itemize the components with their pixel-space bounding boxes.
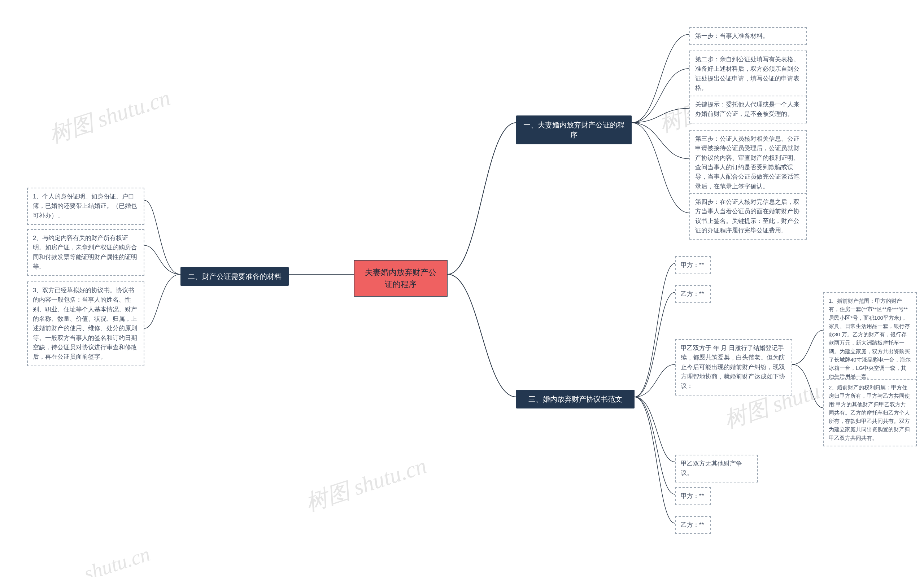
leaf-clause-1: 1、婚前财产范围：甲方的财产有，住房一套(**市**区**路***号**居民小区…: [823, 292, 917, 385]
leaf-party-a-1: 甲方：**: [675, 256, 711, 274]
branch-procedure[interactable]: 一、夫妻婚内放弃财产公证的程序: [516, 116, 632, 144]
leaf-template-body: 甲乙双方于 年 月 日履行了结婚登记手续，都愿共筑爱巢，白头偕老。但为防止今后可…: [675, 339, 792, 395]
branch-template[interactable]: 三、婚内放弃财产协议书范文: [516, 390, 635, 408]
leaf-party-a-2: 甲方：**: [675, 487, 711, 505]
watermark: shutu.cn: [81, 542, 153, 577]
branch-materials[interactable]: 二、财产公证需要准备的材料: [181, 267, 289, 286]
leaf-material-2: 2、与约定内容有关的财产所有权证明。如房产证，未拿到产权证的购房合同和付款发票等…: [27, 229, 144, 276]
leaf-party-b-2: 乙方：**: [675, 516, 711, 534]
leaf-clause-2: 2、婚前财产的权利归属：甲方住房归甲方所有，甲方与乙方共同使用;甲方的其他财产归…: [823, 379, 917, 446]
root-node[interactable]: 夫妻婚内放弃财产公证的程序: [354, 260, 448, 297]
leaf-party-b-1: 乙方：**: [675, 285, 711, 303]
leaf-material-3: 3、双方已经草拟好的协议书。协议书的内容一般包括：当事人的姓名、性别、职业、住址…: [27, 282, 144, 366]
leaf-step-4: 第四步：在公证人核对完信息之后，双方当事人当着公证员的面在婚前财产协议书上签名。…: [689, 193, 807, 240]
leaf-no-dispute: 甲乙双方无其他财产争议。: [675, 455, 758, 482]
watermark: 树图 shutu.cn: [45, 82, 174, 150]
leaf-step-2: 第二步：亲自到公证处填写有关表格。准备好上述材料后，双方必须亲自到公证处提出公证…: [689, 50, 807, 97]
mindmap-canvas: 树图 shutu.cn 树图 shutu.cn 树图 shutu.cn 树图 s…: [0, 0, 924, 577]
leaf-step-tip1: 关键提示：委托他人代理或是一个人来办婚前财产公证，是不会被受理的。: [689, 96, 807, 123]
leaf-material-1: 1、个人的身份证明。如身份证、户口簿，已婚的还要带上结婚证。（已婚也可补办）。: [27, 188, 144, 225]
leaf-step-3: 第三步：公证人员核对相关信息。公证申请被接待公证员受理后，公证员就财产协议的内容…: [689, 130, 807, 196]
leaf-step-1: 第一步：当事人准备材料。: [689, 27, 807, 45]
watermark: 树图 shutu.cn: [302, 450, 431, 518]
